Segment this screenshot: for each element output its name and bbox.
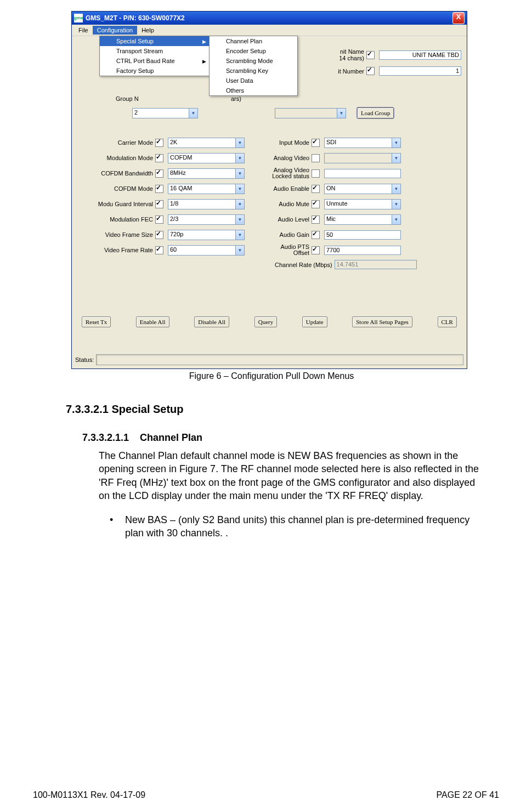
field-checkbox[interactable] — [155, 169, 163, 178]
unit-name-input[interactable]: UNIT NAME TBD — [379, 50, 461, 60]
field-combo[interactable]: 2/3▼ — [168, 214, 245, 225]
menuitem-channel-plan[interactable]: Channel Plan — [210, 36, 297, 46]
field-combo[interactable]: 1/8▼ — [168, 199, 245, 209]
field-label: Audio Level — [254, 216, 312, 223]
unit-name-checkbox[interactable] — [366, 51, 375, 59]
field-checkbox[interactable] — [312, 169, 320, 178]
menuitem-encoder-setup[interactable]: Encoder Setup — [210, 46, 297, 56]
chevron-down-icon: ▼ — [235, 169, 244, 178]
field-checkbox[interactable] — [312, 200, 320, 208]
field-combo[interactable]: COFDM▼ — [168, 153, 245, 163]
field-input[interactable] — [324, 169, 401, 178]
field-input[interactable]: 7700 — [324, 246, 401, 255]
chevron-down-icon: ▼ — [235, 138, 244, 148]
group-combo[interactable]: 2 ▼ — [132, 108, 198, 118]
field-combo[interactable]: 60▼ — [168, 245, 245, 256]
field-label: Analog VideoLocked status — [254, 167, 312, 179]
field-input[interactable]: 50 — [324, 230, 401, 240]
field-checkbox[interactable] — [312, 139, 320, 147]
button-reset-tx[interactable]: Reset Tx — [82, 316, 111, 327]
menuitem-factory-setup[interactable]: Factory Setup — [100, 66, 210, 76]
footer-right: PAGE 22 OF 41 — [437, 790, 499, 800]
field-checkbox[interactable] — [312, 154, 320, 162]
footer-left: 100-M0113X1 Rev. 04-17-09 — [33, 790, 145, 800]
page-footer: 100-M0113X1 Rev. 04-17-09 PAGE 22 OF 41 — [33, 790, 499, 800]
menuitem-special-setup[interactable]: Special Setup ▶ — [100, 36, 210, 46]
menu-configuration[interactable]: Configuration — [93, 26, 137, 35]
button-enable-all[interactable]: Enable All — [136, 316, 169, 327]
unit-number-input[interactable]: 1 — [379, 66, 461, 76]
field-checkbox[interactable] — [312, 185, 320, 193]
chevron-down-icon: ▼ — [392, 200, 400, 209]
menuitem-transport-stream[interactable]: Transport Stream — [100, 46, 210, 56]
field-combo[interactable]: Unmute▼ — [324, 199, 401, 209]
field-row: Video Frame Size720p▼ — [88, 227, 245, 242]
button-row: Reset TxEnable AllDisable AllQueryUpdate… — [82, 316, 457, 327]
group-combo-2[interactable]: ▼ — [275, 108, 346, 118]
button-clr[interactable]: CLR — [438, 316, 457, 327]
group-label-part2: ars) — [231, 95, 241, 102]
group-controls: 2 ▼ ▼ Load Group — [132, 107, 394, 118]
submenu-arrow-icon: ▶ — [202, 59, 206, 64]
field-label: Audio Gain — [254, 231, 312, 238]
dropdown-configuration: Special Setup ▶ Transport Stream CTRL Po… — [99, 36, 210, 76]
titlebar: gms GMS_M2T - P/N: 630-SW0077X2 X — [72, 12, 467, 25]
menuitem-ctrl-port-baud[interactable]: CTRL Port Baud Rate ▶ — [100, 56, 210, 66]
menu-help[interactable]: Help — [137, 26, 159, 35]
field-combo[interactable]: ON▼ — [324, 184, 401, 194]
status-label: Status: — [75, 356, 94, 363]
chevron-down-icon: ▼ — [392, 154, 400, 163]
button-store-all-setup-pages[interactable]: Store All Setup Pages — [352, 316, 412, 327]
unit-number-checkbox[interactable] — [366, 67, 375, 75]
button-disable-all[interactable]: Disable All — [194, 316, 229, 327]
heading-special-setup: 7.3.3.2.1 Special Setup — [66, 403, 488, 416]
field-row: Audio Gain50 — [254, 227, 401, 242]
close-icon[interactable]: X — [452, 12, 465, 24]
field-combo[interactable]: Mic▼ — [324, 214, 401, 225]
field-label: Carrier Mode — [88, 139, 155, 146]
window-title: GMS_M2T - P/N: 630-SW0077X2 — [86, 14, 185, 22]
field-checkbox[interactable] — [155, 231, 163, 239]
field-checkbox[interactable] — [155, 154, 163, 162]
field-checkbox[interactable] — [155, 215, 163, 224]
field-combo[interactable]: ▼ — [324, 153, 401, 163]
menuitem-user-data[interactable]: User Data — [210, 76, 297, 86]
field-combo[interactable]: 2K▼ — [168, 138, 245, 148]
menuitem-scrambling-key[interactable]: Scrambling Key — [210, 66, 297, 76]
channel-rate-value: 14.7451 — [335, 260, 417, 269]
figure-caption: Figure 6 – Configuration Pull Down Menus — [55, 371, 488, 381]
field-row: Audio EnableON▼ — [254, 181, 401, 196]
field-checkbox[interactable] — [312, 231, 320, 239]
field-label: Modu Guard Interval — [88, 201, 155, 207]
group-label-part1: Group N — [116, 95, 139, 102]
heading-channel-plan: 7.3.3.2.1.1 Channel Plan — [82, 432, 488, 444]
field-checkbox[interactable] — [312, 246, 320, 254]
chevron-down-icon: ▼ — [392, 138, 400, 148]
field-row: Audio LevelMic▼ — [254, 212, 401, 227]
button-update[interactable]: Update — [302, 316, 327, 327]
field-combo[interactable]: 8MHz▼ — [168, 168, 245, 179]
chevron-down-icon: ▼ — [189, 109, 197, 118]
field-checkbox[interactable] — [155, 200, 163, 208]
chevron-down-icon: ▼ — [235, 184, 244, 194]
field-checkbox[interactable] — [312, 215, 320, 224]
field-checkbox[interactable] — [155, 139, 163, 147]
field-label: Audio Enable — [254, 185, 312, 192]
submenu-arrow-icon: ▶ — [202, 39, 206, 44]
field-combo[interactable]: SDI▼ — [324, 138, 401, 148]
menu-file[interactable]: File — [74, 26, 93, 35]
field-row: Analog Video▼ — [254, 150, 401, 166]
menuitem-scrambling-mode[interactable]: Scrambling Mode — [210, 56, 297, 66]
button-query[interactable]: Query — [254, 316, 278, 327]
load-group-button[interactable]: Load Group — [357, 107, 394, 118]
field-row: Audio MuteUnmute▼ — [254, 196, 401, 212]
field-checkbox[interactable] — [155, 185, 163, 193]
chevron-down-icon: ▼ — [235, 200, 244, 209]
chevron-down-icon: ▼ — [337, 109, 346, 118]
field-checkbox[interactable] — [155, 246, 163, 254]
field-combo[interactable]: 720p▼ — [168, 230, 245, 240]
field-label: Video Frame Size — [88, 231, 155, 238]
menuitem-others[interactable]: Others — [210, 86, 297, 95]
status-row: Status: — [75, 354, 463, 365]
field-combo[interactable]: 16 QAM▼ — [168, 184, 245, 194]
